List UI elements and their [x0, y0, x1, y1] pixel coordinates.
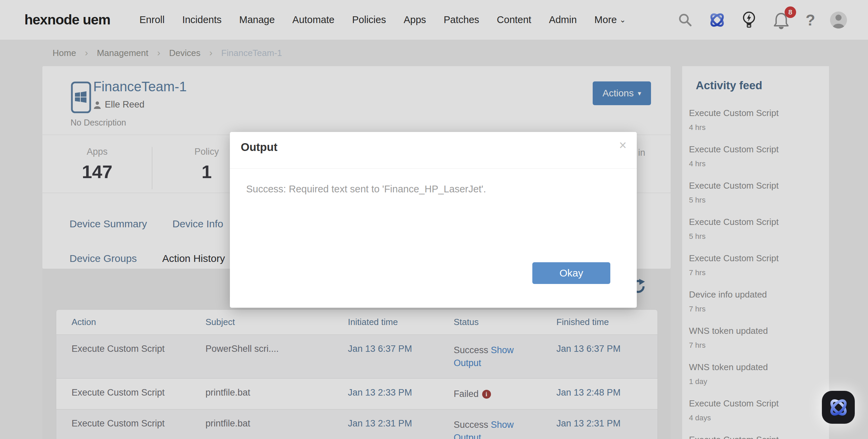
- close-icon[interactable]: ×: [619, 139, 627, 152]
- divider: [230, 168, 637, 169]
- hexnode-launcher-icon[interactable]: [822, 391, 855, 424]
- modal-output-text: Success: Required text sent to 'Finance_…: [246, 184, 486, 195]
- modal-title: Output: [241, 141, 277, 154]
- output-modal: Output × Success: Required text sent to …: [230, 132, 637, 308]
- hexnode-uem-page: hexnode uem Enroll Incidents Manage Auto…: [0, 0, 868, 439]
- okay-button[interactable]: Okay: [532, 262, 610, 284]
